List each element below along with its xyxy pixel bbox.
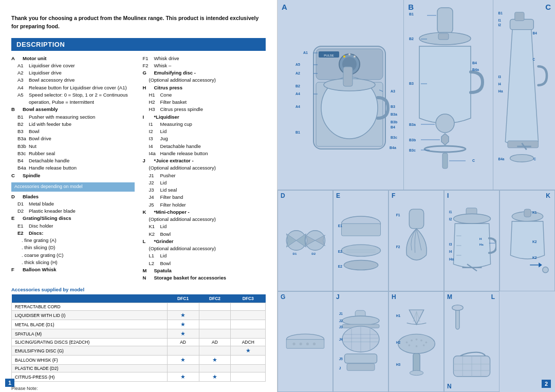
table-cell-label: EMULSIFYING DISC (G) — [12, 346, 168, 356]
table-cell-value — [199, 311, 231, 320]
svg-text:B2: B2 — [295, 84, 300, 88]
table-cell-value — [199, 329, 231, 339]
list-item: B3aBowl drive — [11, 135, 135, 142]
svg-rect-56 — [514, 12, 524, 21]
svg-text:B3a: B3a — [391, 113, 397, 116]
svg-point-109 — [542, 267, 548, 272]
star-icon: ★ — [246, 347, 251, 353]
svg-text:C: C — [472, 159, 475, 162]
svg-text:B4: B4 — [472, 61, 477, 65]
list-item: B3bNut — [11, 143, 135, 150]
list-item: J4Filter band — [143, 194, 266, 201]
diagram-cell-i: I I1 I2 I3 I4 I4a — [444, 190, 499, 291]
svg-rect-76 — [341, 223, 380, 236]
star-icon: ★ — [180, 330, 186, 337]
svg-text:I4a: I4a — [498, 89, 503, 93]
svg-text:A1: A1 — [303, 51, 308, 54]
star-icon: ★ — [180, 374, 186, 380]
table-cell-value — [167, 365, 199, 372]
svg-text:K2: K2 — [532, 240, 536, 244]
table-cell-value — [231, 311, 266, 320]
description-columns: AMotor unit A1Liquidiser drive cover A2L… — [11, 55, 266, 282]
svg-point-6 — [343, 55, 345, 58]
list-item: (Optional additional accessory) — [143, 216, 266, 223]
list-item: E2Discs: — [11, 230, 135, 237]
star-icon: ★ — [180, 312, 186, 318]
list-item: . fine grating (A) — [11, 237, 135, 244]
svg-point-139 — [398, 334, 435, 354]
accessories-supplied-label: Accessories supplied by model — [11, 287, 84, 292]
svg-text:A3: A3 — [391, 89, 395, 93]
svg-text:B4: B4 — [391, 125, 395, 129]
table-cell-value — [231, 303, 266, 311]
diagram-cell-d: D D1 D2 — [278, 190, 333, 291]
svg-marker-108 — [539, 263, 542, 267]
accessories-table: DFC1 DFC2 DFC3 RETRACTABLE CORDLIQUIDISE… — [11, 294, 266, 382]
list-item: DBlades — [11, 193, 135, 200]
svg-text:I1: I1 — [449, 210, 452, 214]
list-item: . coarse grating (C) — [11, 252, 135, 259]
table-cell-value — [167, 303, 199, 311]
svg-text:B2: B2 — [409, 37, 414, 41]
list-item: E1Disc holder — [11, 222, 135, 230]
table-row: SPATULA (M)★ — [12, 329, 266, 339]
whisk-svg: F1 F2 — [395, 206, 438, 275]
juice-extractor-svg: J1 J2 J3 J4 — [338, 307, 384, 376]
table-cell-value — [231, 356, 266, 365]
table-cell-value — [199, 365, 231, 372]
svg-text:F2: F2 — [396, 245, 400, 248]
description-title: DESCRIPTION — [16, 41, 65, 48]
desc-col-right: F1Whisk drive F2Whisk – GEmulsifying dis… — [143, 55, 266, 282]
list-item: . thick slicing (H) — [11, 259, 135, 266]
star-icon: ★ — [180, 357, 186, 363]
svg-text:H2: H2 — [396, 341, 400, 344]
svg-text:E1: E1 — [338, 224, 342, 228]
svg-text:B3: B3 — [409, 82, 414, 85]
table-cell-value: ★ — [167, 356, 199, 365]
svg-text:D1: D1 — [293, 252, 297, 255]
list-item: A4Release button for Liquidiser drive co… — [11, 84, 135, 91]
list-item: (Optional additional accessory) — [143, 245, 266, 252]
svg-text:B1: B1 — [295, 130, 300, 134]
table-cell-value — [199, 346, 231, 356]
list-item: J2Lid — [143, 179, 266, 186]
list-item: K*Mini-chopper - — [143, 209, 266, 216]
diagram-top: A PULSE — [278, 0, 555, 190]
svg-point-145 — [408, 344, 410, 346]
svg-point-141 — [411, 340, 413, 342]
table-row: METAL BLADE (D1)★ — [12, 320, 266, 329]
svg-rect-112 — [286, 339, 324, 348]
table-row: PLASTIC BLADE (D2) — [12, 365, 266, 372]
table-cell-value: ★ — [167, 311, 199, 320]
diagram-cell-k: K K1 K2 K2 — [499, 190, 555, 291]
svg-point-78 — [341, 245, 380, 256]
table-cell-value: AD — [199, 339, 231, 346]
table-row: EMULSIFYING DISC (G)★ — [12, 346, 266, 356]
svg-text:I3: I3 — [498, 75, 501, 79]
list-item: (Optional additional accessory) — [143, 164, 266, 172]
svg-point-144 — [425, 342, 427, 344]
bowl-assembly-svg: B1 B2 B4 B4a B3 B3 — [406, 5, 489, 175]
svg-text:B3a: B3a — [409, 123, 416, 126]
mini-chopper-svg: K1 K2 K2 — [506, 206, 549, 275]
star-icon: ★ — [180, 321, 186, 327]
svg-point-115 — [306, 343, 309, 345]
left-page: Thank you for choosing a product from th… — [0, 0, 278, 392]
table-cell-value: AD — [167, 339, 199, 346]
table-col-dfc3: DFC3 — [231, 294, 266, 303]
list-item: B2Lid with feeder tube — [11, 121, 135, 128]
svg-text:B3b: B3b — [409, 138, 416, 142]
blade-svg: D1 D2 — [282, 222, 328, 258]
table-cell-label: RETRACTABLE CORD — [12, 303, 168, 311]
table-cell-label: SLICING/GRATING DISCS (E2ADCH) — [12, 339, 168, 346]
table-cell-value: ★ — [199, 356, 231, 365]
svg-text:K2: K2 — [532, 256, 536, 259]
svg-rect-133 — [347, 364, 375, 371]
liquidiser-detail-svg: I1 I2 I3 I4 I4a — [448, 206, 496, 275]
svg-text:A4: A4 — [295, 92, 300, 96]
list-item: B4aHandle release button — [11, 164, 135, 172]
list-item: D1Metal blade — [11, 200, 135, 208]
table-cell-value: ★ — [199, 372, 231, 382]
list-item: EGrating/Slicing discs — [11, 215, 135, 222]
svg-text:I4: I4 — [498, 82, 501, 86]
